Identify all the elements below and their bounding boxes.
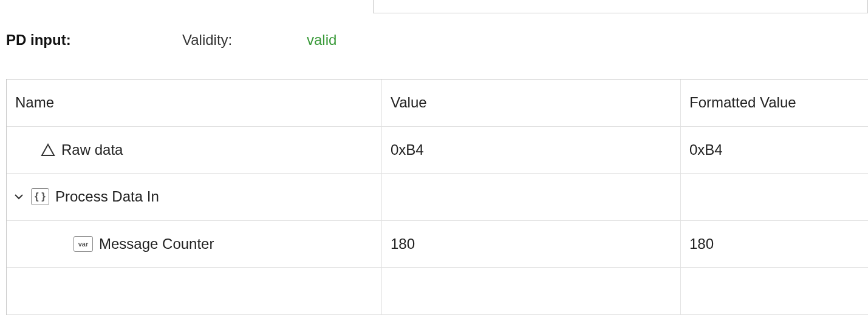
braces-icon: { } — [31, 188, 49, 205]
row-name-text: Message Counter — [99, 235, 214, 252]
table-row-formatted: 0xB4 — [681, 127, 868, 174]
pd-input-label: PD input: — [6, 32, 182, 49]
table-row-value: 180 — [382, 221, 681, 268]
table-row-value — [382, 174, 681, 221]
table-row-empty — [681, 268, 868, 315]
validity-value: valid — [307, 32, 337, 49]
chevron-down-icon[interactable] — [13, 191, 25, 202]
upper-panel-frame — [373, 0, 868, 13]
pd-input-header: PD input: Validity: valid — [6, 32, 862, 49]
table-row-empty — [7, 268, 382, 315]
col-header-name[interactable]: Name — [7, 80, 382, 127]
triangle-icon — [41, 143, 55, 157]
table-row-formatted: 180 — [681, 221, 868, 268]
process-data-table: Name Value Formatted Value Raw data 0xB4… — [6, 79, 868, 315]
table-row-name[interactable]: var Message Counter — [7, 221, 382, 268]
validity-label: Validity: — [182, 32, 307, 49]
row-name-text: Process Data In — [55, 188, 159, 205]
table-row-empty — [382, 268, 681, 315]
var-icon: var — [73, 236, 93, 252]
table-row-name[interactable]: Raw data — [7, 127, 382, 174]
col-header-formatted[interactable]: Formatted Value — [681, 80, 868, 127]
table-row-name[interactable]: { } Process Data In — [7, 174, 382, 221]
col-header-value[interactable]: Value — [382, 80, 681, 127]
row-name-text: Raw data — [61, 141, 123, 158]
table-row-value: 0xB4 — [382, 127, 681, 174]
table-row-formatted — [681, 174, 868, 221]
